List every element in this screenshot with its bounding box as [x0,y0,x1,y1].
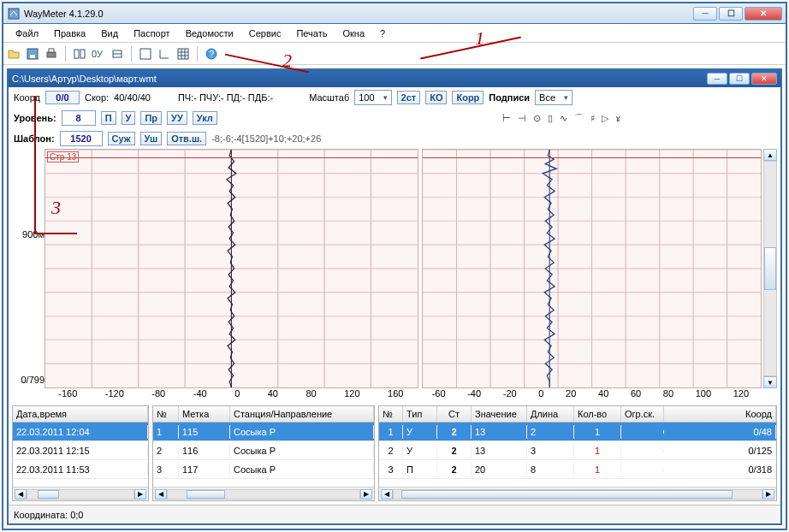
svg-rect-9 [140,49,151,59]
template-info: -8;-6;-4[1520]+10;+20;+26 [211,133,321,144]
child-titlebar: C:\Users\Артур\Desktop\март.wmt ─ ☐ ✕ [9,70,780,87]
chart-left[interactable]: Стр 13 [44,149,418,388]
table1-hscroll[interactable]: ◀▶ [13,487,148,500]
scroll-down-icon[interactable]: ▼ [763,376,777,388]
app-title: WayMeter 4.1.29.0 [24,9,693,19]
open-icon[interactable] [7,47,21,61]
ush-button[interactable]: Уш [140,132,163,145]
u-button[interactable]: У [122,111,136,125]
track-icon-3[interactable]: ⊙ [533,113,541,124]
table-row[interactable]: 3117Сосыка Р [153,460,374,479]
track-icon-6[interactable]: ⌒ [574,112,584,125]
menu-edit[interactable]: Правка [47,27,92,40]
chart-vertical-scrollbar[interactable]: ▲ ▼ [763,149,777,388]
track-icon-2[interactable]: ⊣ [518,113,526,124]
labels-dropdown[interactable]: Все [535,90,572,105]
scale-dropdown[interactable]: 100 [354,90,391,105]
status-bar: Координата: 0;0 [9,505,780,523]
level-input[interactable] [62,110,96,126]
table-datetime: Дата,время 22.03.2011 12:04 22.03.2011 1… [12,405,149,501]
chart-y-labels: 900м 0/799 [12,149,44,388]
tool-icon-6[interactable] [176,47,190,61]
main-window: WayMeter 4.1.29.0 ─ ☐ ✕ Файл Правка Вид … [2,2,787,530]
tool-icon-5[interactable] [157,47,171,61]
app-icon [7,7,21,21]
menu-view[interactable]: Вид [94,27,125,40]
scale-label: Масштаб [309,92,349,103]
speed-label: Скор: [85,92,109,103]
toolbar: 0У ? [3,43,786,65]
level-label: Уровень: [14,113,56,123]
otv-button[interactable]: Отв.ш. [167,132,206,145]
table-row[interactable]: 1У213210/48 [379,423,776,441]
table-defects: № Тип Ст Значение Длина Кол-во Огр.ск. К… [378,405,777,501]
close-button[interactable]: ✕ [745,7,782,21]
maximize-button[interactable]: ☐ [719,7,743,21]
ukl-button[interactable]: Укл [193,111,217,125]
svg-rect-2 [30,55,35,58]
template-label: Шаблон: [14,133,55,144]
ko-button[interactable]: КО [425,91,447,104]
chart-red-line-2 [423,157,761,158]
svg-rect-0 [9,9,19,19]
track-icon-7[interactable]: ♯ [590,113,595,124]
menu-file[interactable]: Файл [9,27,45,40]
template-input[interactable] [60,131,103,146]
p-button[interactable]: П [101,111,116,125]
menubar: Файл Правка Вид Паспорт Ведомости Сервис… [3,24,786,43]
korr-button[interactable]: Корр [452,91,483,104]
table-row[interactable]: 22.03.2011 12:15 [13,441,148,460]
coord-label: Коорд [14,92,40,103]
menu-help[interactable]: ? [373,27,392,40]
control-row-1: Коорд 0/0 Скор: 40/40/40 ПЧ:- ПЧУ:- ПД:-… [9,87,780,108]
svg-rect-6 [80,50,85,58]
menu-reports[interactable]: Ведомости [179,27,240,40]
minimize-button[interactable]: ─ [693,7,717,21]
table-row[interactable]: 3П220810/318 [379,460,776,479]
track-icon-9[interactable]: ɤ [615,113,621,124]
tables-area: Дата,время 22.03.2011 12:04 22.03.2011 1… [9,402,780,505]
tool-icon-4[interactable] [139,47,152,61]
child-minimize-button[interactable]: ─ [707,73,727,85]
tool-icon-1[interactable] [73,47,86,61]
menu-print[interactable]: Печать [289,27,334,40]
menu-passport[interactable]: Паспорт [127,27,177,40]
tool-icon-3[interactable] [110,47,124,61]
track-icon-8[interactable]: ▷ [602,113,608,124]
table1-header[interactable]: Дата,время [13,406,148,422]
track-icon-1[interactable]: ⊢ [502,113,511,124]
chart-y-top: 900м [12,229,44,239]
svg-rect-10 [178,49,188,59]
menu-service[interactable]: Сервис [242,27,288,40]
titlebar: WayMeter 4.1.29.0 ─ ☐ ✕ [3,3,786,24]
table-row[interactable]: 22.03.2011 11:53 [13,460,148,479]
uu-button[interactable]: УУ [167,111,187,125]
table2-hscroll[interactable]: ◀▶ [153,487,374,500]
menu-windows[interactable]: Окна [335,27,371,40]
coord-value: 0/0 [45,91,80,104]
scroll-up-icon[interactable]: ▲ [763,149,777,161]
suj-button[interactable]: Суж [108,132,135,145]
chart-right[interactable] [422,149,762,388]
pr-button[interactable]: Пр [140,111,162,125]
2st-button[interactable]: 2ст [397,91,421,104]
svg-rect-3 [47,52,56,57]
track-icon-4[interactable]: ▯ [548,113,553,124]
child-close-button[interactable]: ✕ [751,73,777,85]
help-icon[interactable]: ? [205,47,218,61]
table-marks: № Метка Станция/Направление 1115Сосыка Р… [152,405,375,501]
control-row-3: Шаблон: Суж Уш Отв.ш. -8;-6;-4[1520]+10;… [9,128,780,149]
track-icon-5[interactable]: ∿ [560,113,567,124]
tool-icon-2[interactable]: 0У [92,47,105,61]
child-maximize-button[interactable]: ☐ [729,73,750,85]
speed-value: 40/40/40 [114,92,151,103]
table-row[interactable]: 1115Сосыка Р [153,423,374,441]
status-text: Координата: 0;0 [14,510,83,520]
table3-hscroll[interactable]: ◀▶ [379,487,776,500]
child-window: C:\Users\Артур\Desktop\март.wmt ─ ☐ ✕ Ко… [7,68,782,525]
print-icon[interactable] [44,47,58,61]
table-row[interactable]: 2У213310/125 [379,441,776,460]
table-row[interactable]: 22.03.2011 12:04 [13,423,148,441]
save-icon[interactable] [26,47,39,61]
table-row[interactable]: 2116Сосыка Р [153,441,374,460]
